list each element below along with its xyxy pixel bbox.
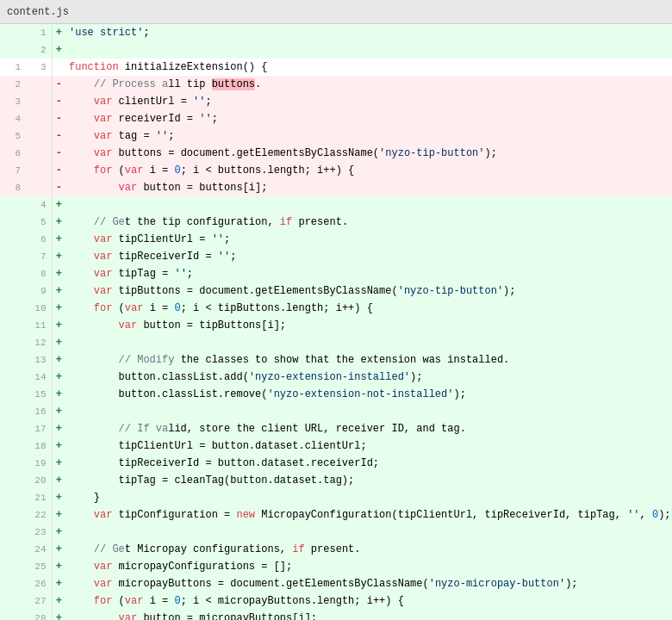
left-line-num <box>0 403 26 420</box>
right-line-num <box>26 93 52 110</box>
diff-code: button.classList.remove('nyzo-extension-… <box>65 386 672 403</box>
diff-code: 'use strict'; <box>65 24 672 41</box>
diff-sign: + <box>52 282 65 300</box>
left-line-num <box>0 592 26 610</box>
table-row: 26+ var micropayButtons = document.getEl… <box>0 575 672 592</box>
table-row: 6+ var tipClientUrl = ''; <box>0 231 672 248</box>
table-row: 6- var buttons = document.getElementsByC… <box>0 145 672 162</box>
right-line-num: 5 <box>26 214 52 231</box>
right-line-num <box>26 127 52 145</box>
diff-code: var buttons = document.getElementsByClas… <box>65 145 672 162</box>
diff-code: // Modify the classes to show that the e… <box>65 351 672 369</box>
left-line-num: 2 <box>0 76 26 93</box>
left-line-num <box>0 282 26 300</box>
diff-code: var tipButtons = document.getElementsByC… <box>65 282 672 300</box>
right-line-num: 1 <box>26 24 52 41</box>
left-line-num <box>0 41 26 59</box>
table-row: 2+ <box>0 41 672 59</box>
filename: content.js <box>7 6 69 18</box>
left-line-num <box>0 351 26 369</box>
diff-sign: + <box>52 369 65 386</box>
right-line-num: 18 <box>26 437 52 455</box>
right-line-num <box>26 76 52 93</box>
diff-sign: + <box>52 248 65 265</box>
diff-code: var button = buttons[i]; <box>65 179 672 196</box>
right-line-num: 26 <box>26 575 52 592</box>
diff-sign: + <box>52 592 65 610</box>
diff-sign: + <box>52 214 65 231</box>
diff-sign: + <box>52 386 65 403</box>
diff-code: tipTag = cleanTag(button.dataset.tag); <box>65 472 672 489</box>
right-line-num: 20 <box>26 472 52 489</box>
diff-sign: - <box>52 110 65 127</box>
diff-code: tipReceiverId = button.dataset.receiverI… <box>65 455 672 472</box>
left-line-num <box>0 455 26 472</box>
table-row: 15+ button.classList.remove('nyzo-extens… <box>0 386 672 403</box>
diff-code: for (var i = 0; i < tipButtons.length; i… <box>65 300 672 317</box>
left-line-num <box>0 437 26 455</box>
table-row: 19+ tipReceiverId = button.dataset.recei… <box>0 455 672 472</box>
left-line-num: 1 <box>0 59 26 76</box>
left-line-num <box>0 541 26 558</box>
right-line-num: 22 <box>26 506 52 524</box>
right-line-num <box>26 162 52 179</box>
left-line-num <box>0 214 26 231</box>
diff-sign: - <box>52 145 65 162</box>
table-row: 25+ var micropayConfigurations = []; <box>0 558 672 575</box>
diff-sign: + <box>52 524 65 541</box>
table-row: 13+ // Modify the classes to show that t… <box>0 351 672 369</box>
diff-sign: + <box>52 265 65 282</box>
table-row: 12+ <box>0 334 672 351</box>
diff-sign <box>52 59 65 76</box>
diff-sign: + <box>52 558 65 575</box>
diff-code: var clientUrl = ''; <box>65 93 672 110</box>
diff-code: var micropayButtons = document.getElemen… <box>65 575 672 592</box>
left-line-num <box>0 24 26 41</box>
diff-sign: + <box>52 489 65 506</box>
left-line-num: 7 <box>0 162 26 179</box>
right-line-num: 3 <box>26 59 52 76</box>
table-row: 24+ // Get Micropay configurations, if p… <box>0 541 672 558</box>
right-line-num: 14 <box>26 369 52 386</box>
diff-code: // Get Micropay configurations, if prese… <box>65 541 672 558</box>
diff-code: function initializeExtension() { <box>65 59 672 76</box>
right-line-num: 4 <box>26 196 52 214</box>
diff-code: var receiverId = ''; <box>65 110 672 127</box>
diff-code: var tag = ''; <box>65 127 672 145</box>
diff-code <box>65 524 672 541</box>
table-row: 8+ var tipTag = ''; <box>0 265 672 282</box>
diff-code: var tipClientUrl = ''; <box>65 231 672 248</box>
table-row: 14+ button.classList.add('nyzo-extension… <box>0 369 672 386</box>
diff-sign: + <box>52 334 65 351</box>
right-line-num <box>26 110 52 127</box>
table-row: 18+ tipClientUrl = button.dataset.client… <box>0 437 672 455</box>
left-line-num <box>0 472 26 489</box>
left-line-num <box>0 420 26 437</box>
diff-sign: + <box>52 455 65 472</box>
table-row: 7+ var tipReceiverId = ''; <box>0 248 672 265</box>
diff-sign: + <box>52 41 65 59</box>
table-row: 4- var receiverId = ''; <box>0 110 672 127</box>
diff-code: for (var i = 0; i < buttons.length; i++)… <box>65 162 672 179</box>
left-line-num <box>0 265 26 282</box>
diff-sign: + <box>52 420 65 437</box>
diff-sign: + <box>52 541 65 558</box>
diff-sign: + <box>52 575 65 592</box>
table-row: 28+ var button = micropayButtons[i]; <box>0 610 672 620</box>
diff-code: // Get the tip configuration, if present… <box>65 214 672 231</box>
diff-code: var tipTag = ''; <box>65 265 672 282</box>
right-line-num: 24 <box>26 541 52 558</box>
left-line-num <box>0 386 26 403</box>
left-line-num <box>0 196 26 214</box>
left-line-num <box>0 369 26 386</box>
table-row: 20+ tipTag = cleanTag(button.dataset.tag… <box>0 472 672 489</box>
left-line-num <box>0 558 26 575</box>
right-line-num: 9 <box>26 282 52 300</box>
table-row: 1+'use strict'; <box>0 24 672 41</box>
diff-code: var button = micropayButtons[i]; <box>65 610 672 620</box>
right-line-num: 2 <box>26 41 52 59</box>
table-row: 16+ <box>0 403 672 420</box>
table-row: 17+ // If valid, store the client URL, r… <box>0 420 672 437</box>
diff-sign: + <box>52 196 65 214</box>
diff-container: 1+'use strict';2+13 function initializeE… <box>0 24 672 620</box>
